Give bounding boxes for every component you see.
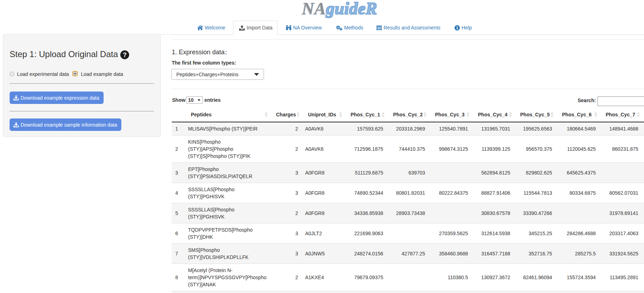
svg-text:?: ? — [123, 51, 127, 59]
